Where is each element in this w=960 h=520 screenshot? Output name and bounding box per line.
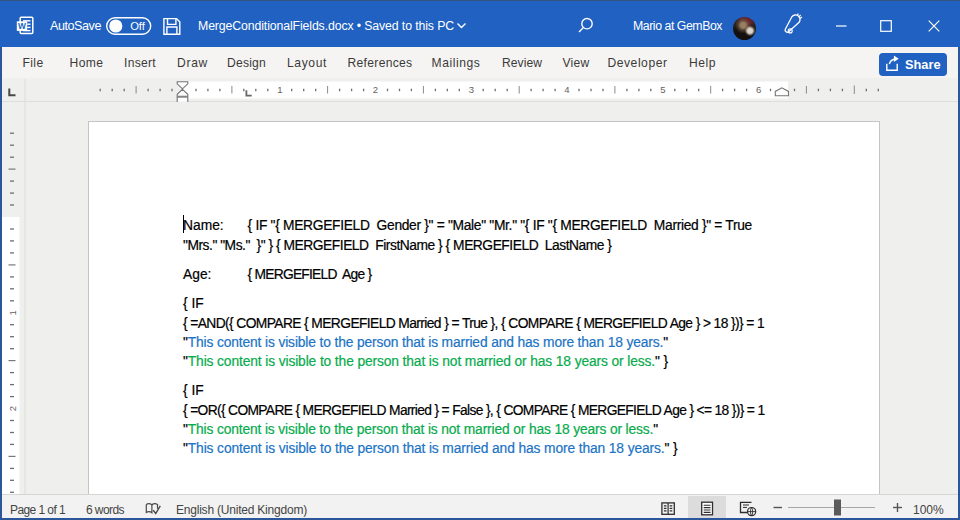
svg-text:Off: Off	[130, 20, 146, 32]
svg-text:1: 1	[7, 310, 18, 315]
svg-text:4: 4	[564, 84, 569, 95]
svg-text:2: 2	[7, 406, 18, 411]
svg-text:1: 1	[277, 84, 282, 95]
svg-text:2: 2	[373, 84, 378, 95]
svg-text:6: 6	[756, 84, 761, 95]
svg-text:W: W	[18, 21, 26, 31]
svg-text:3: 3	[469, 84, 474, 95]
svg-text:5: 5	[660, 84, 665, 95]
